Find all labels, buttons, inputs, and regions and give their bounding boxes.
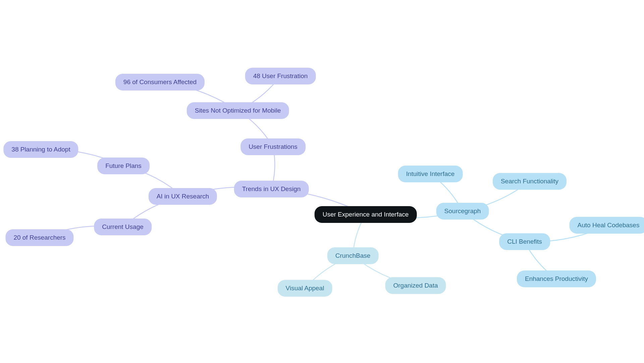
mindmap-canvas[interactable]: User Experience and InterfaceTrends in U…	[0, 0, 644, 363]
node-clibenefits[interactable]: CLI Benefits	[499, 233, 550, 250]
node-96cons[interactable]: 96 of Consumers Affected	[115, 74, 205, 90]
node-visualappeal[interactable]: Visual Appeal	[278, 280, 332, 297]
node-autoheal[interactable]: Auto Heal Codebases	[570, 217, 644, 234]
node-notoptimized[interactable]: Sites Not Optimized for Mobile	[187, 102, 289, 119]
node-38plan[interactable]: 38 Planning to Adopt	[3, 141, 78, 158]
node-crunchbase[interactable]: CrunchBase	[327, 247, 379, 264]
node-root[interactable]: User Experience and Interface	[315, 206, 417, 223]
node-aiux[interactable]: AI in UX Research	[149, 188, 217, 205]
node-enhancesprod[interactable]: Enhances Productivity	[517, 270, 596, 287]
node-futureplans[interactable]: Future Plans	[97, 158, 150, 174]
node-48frust[interactable]: 48 User Frustration	[245, 68, 316, 84]
node-frustrations[interactable]: User Frustrations	[240, 138, 306, 155]
node-20res[interactable]: 20 of Researchers	[5, 229, 73, 246]
node-trends[interactable]: Trends in UX Design	[234, 181, 309, 197]
node-currentusage[interactable]: Current Usage	[94, 219, 152, 235]
node-sourcegraph[interactable]: Sourcegraph	[436, 203, 489, 220]
node-organizeddata[interactable]: Organized Data	[385, 277, 446, 294]
node-searchfn[interactable]: Search Functionality	[493, 173, 567, 190]
node-intuitive[interactable]: Intuitive Interface	[398, 166, 463, 182]
